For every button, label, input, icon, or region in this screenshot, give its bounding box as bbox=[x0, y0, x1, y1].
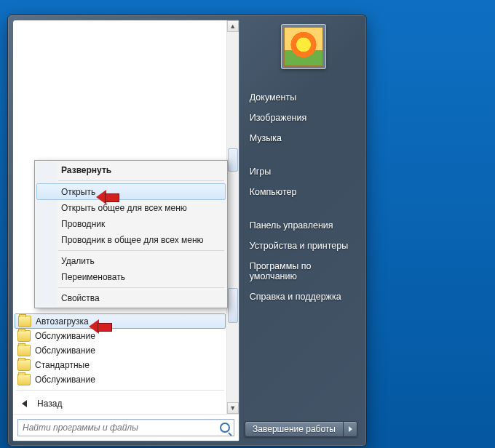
context-menu-default-item[interactable]: Развернуть bbox=[36, 162, 226, 178]
link-help-support[interactable]: Справка и поддержка bbox=[248, 287, 359, 306]
scroll-track[interactable] bbox=[227, 32, 239, 402]
folder-item[interactable]: Стандартные bbox=[15, 358, 226, 372]
folder-item[interactable]: Обслуживание bbox=[15, 372, 226, 387]
divider bbox=[16, 390, 224, 391]
divider bbox=[58, 287, 224, 288]
scroll-up-button[interactable]: ▲ bbox=[227, 20, 239, 32]
folder-list: Автозагрузка Обслуживание Обслуживание С… bbox=[13, 313, 227, 414]
context-menu-item[interactable]: Открыть общее для всех меню bbox=[36, 200, 226, 216]
link-music[interactable]: Музыка bbox=[248, 129, 359, 148]
scroll-thumb[interactable] bbox=[228, 148, 238, 172]
folder-icon bbox=[17, 330, 31, 342]
user-avatar-frame[interactable] bbox=[281, 24, 326, 69]
chevron-right-icon bbox=[349, 426, 352, 432]
search-box[interactable] bbox=[17, 419, 234, 436]
shutdown-button[interactable]: Завершение работы bbox=[245, 421, 343, 437]
folder-icon bbox=[17, 374, 31, 385]
shutdown-area: Завершение работы bbox=[245, 421, 357, 437]
search-area bbox=[13, 414, 239, 441]
link-pictures[interactable]: Изображения bbox=[248, 108, 359, 127]
folder-label: Обслуживание bbox=[35, 331, 95, 341]
search-input[interactable] bbox=[18, 423, 216, 433]
spacer bbox=[248, 149, 359, 161]
link-documents[interactable]: Документы bbox=[248, 88, 359, 107]
desktop: ▲ ▼ Автозагрузка Обслуживание bbox=[0, 0, 495, 448]
folder-item[interactable]: Обслуживание bbox=[15, 343, 226, 358]
folder-label: Обслуживание bbox=[35, 375, 95, 385]
context-menu: Развернуть Открыть Открыть общее для все… bbox=[34, 160, 228, 308]
link-default-programs[interactable]: Программы по умолчанию bbox=[248, 257, 359, 286]
folder-item[interactable]: Обслуживание bbox=[15, 329, 226, 343]
folder-label: Стандартные bbox=[35, 360, 90, 370]
back-label: Назад bbox=[37, 399, 62, 409]
link-computer[interactable]: Компьютер bbox=[248, 183, 359, 201]
divider bbox=[58, 250, 224, 251]
annotation-arrow-icon bbox=[96, 191, 118, 204]
right-links-group: Документы Изображения Музыка Игры Компью… bbox=[248, 88, 359, 306]
scroll-down-button[interactable]: ▼ bbox=[227, 402, 239, 414]
folder-label: Автозагрузка bbox=[36, 316, 89, 327]
annotation-arrow-icon bbox=[89, 320, 111, 333]
back-arrow-icon bbox=[22, 400, 27, 407]
folder-icon bbox=[17, 345, 31, 356]
folder-icon bbox=[18, 316, 31, 327]
folder-icon bbox=[17, 359, 31, 371]
back-button[interactable]: Назад bbox=[15, 393, 226, 414]
link-devices-printers[interactable]: Устройства и принтеры bbox=[248, 236, 359, 255]
scrollbar[interactable]: ▲ ▼ bbox=[226, 20, 239, 414]
divider bbox=[58, 180, 224, 181]
context-menu-item-delete[interactable]: Удалить bbox=[36, 253, 226, 269]
context-menu-item-rename[interactable]: Переименовать bbox=[36, 269, 226, 285]
context-menu-item[interactable]: Проводник в общее для всех меню bbox=[36, 232, 226, 248]
context-menu-item-properties[interactable]: Свойства bbox=[36, 290, 226, 306]
shutdown-options-button[interactable] bbox=[343, 421, 357, 437]
spacer bbox=[248, 203, 359, 215]
folder-label: Обслуживание bbox=[35, 345, 95, 356]
scroll-thumb[interactable] bbox=[228, 288, 238, 323]
context-menu-item[interactable]: Проводник bbox=[36, 216, 226, 232]
search-icon bbox=[220, 423, 230, 433]
start-menu-right-pane: Документы Изображения Музыка Игры Компью… bbox=[239, 20, 362, 441]
context-menu-item-open[interactable]: Открыть bbox=[36, 183, 226, 200]
user-avatar bbox=[284, 27, 323, 66]
link-games[interactable]: Игры bbox=[248, 162, 359, 181]
search-button[interactable] bbox=[216, 423, 234, 433]
link-control-panel[interactable]: Панель управления bbox=[248, 216, 359, 235]
folder-item-autostart[interactable]: Автозагрузка bbox=[15, 313, 226, 329]
